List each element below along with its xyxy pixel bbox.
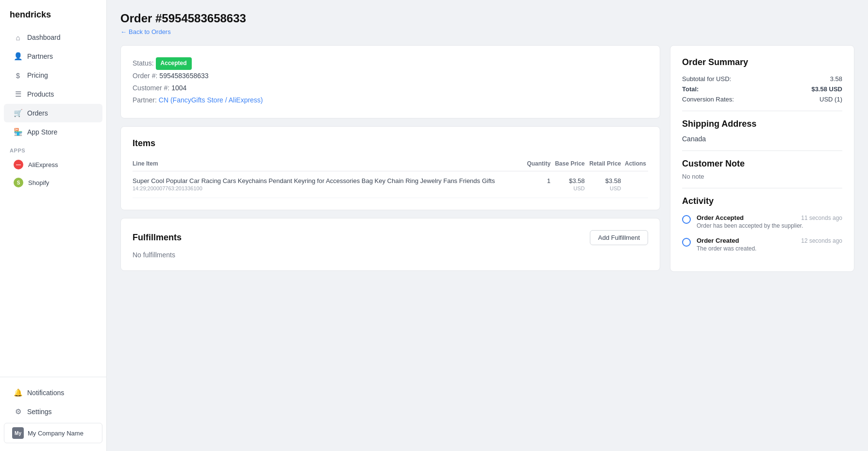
col-line-item: Line Item xyxy=(133,156,525,171)
no-fulfillments-text: No fulfillments xyxy=(133,251,648,259)
activity-item: Order Accepted 11 seconds ago Order has … xyxy=(682,214,842,229)
company-badge[interactable]: My My Company Name xyxy=(4,423,102,443)
sidebar-item-label: Orders xyxy=(27,109,48,117)
sidebar-item-settings[interactable]: ⚙ Settings xyxy=(4,402,102,421)
total-label: Total: xyxy=(682,85,699,93)
order-summary-card: Order Summary Subtotal for USD: 3.58 Tot… xyxy=(670,45,854,272)
col-actions: Actions xyxy=(623,156,648,171)
items-card: Items Line Item Quantity Base Price Reta… xyxy=(120,126,660,210)
activity-header: Order Accepted 11 seconds ago xyxy=(697,214,842,221)
activity-time: 11 seconds ago xyxy=(801,215,842,221)
shopify-label: Shopify xyxy=(28,179,49,186)
activity-description: Order has been accepted by the supplier. xyxy=(697,222,842,229)
sidebar: hendricks ⌂ Dashboard 👤 Partners $ Prici… xyxy=(0,0,107,451)
activity-time: 12 seconds ago xyxy=(801,237,842,244)
store-icon: 🏪 xyxy=(14,128,22,136)
order-meta: Status: Accepted Order #: 5954583658633 … xyxy=(133,57,648,106)
shipping-country: Canada xyxy=(682,135,842,143)
status-badge: Accepted xyxy=(156,57,192,70)
apps-section-label: Apps xyxy=(0,142,106,155)
sidebar-item-appstore[interactable]: 🏪 App Store xyxy=(4,123,102,141)
sidebar-item-label: Pricing xyxy=(27,71,48,79)
fulfillments-card: Fulfillments Add Fulfillment No fulfillm… xyxy=(120,218,660,271)
order-number-value: 5954583658633 xyxy=(159,70,208,82)
content-main: Status: Accepted Order #: 5954583658633 … xyxy=(120,45,660,279)
sidebar-nav: ⌂ Dashboard 👤 Partners $ Pricing ☰ Produ… xyxy=(0,28,106,377)
sidebar-item-pricing[interactable]: $ Pricing xyxy=(4,66,102,84)
bell-icon: 🔔 xyxy=(14,388,22,397)
sidebar-item-label: Partners xyxy=(27,52,53,60)
partner-link[interactable]: CN (FancyGifts Store / AliExpress) xyxy=(159,94,263,106)
sidebar-item-label: App Store xyxy=(27,128,57,136)
conversion-value: USD (1) xyxy=(819,96,842,103)
shopify-icon xyxy=(14,178,23,187)
subtotal-row: Subtotal for USD: 3.58 xyxy=(682,75,842,83)
items-table-header: Line Item Quantity Base Price Retail Pri… xyxy=(133,156,648,171)
table-header-row: Line Item Quantity Base Price Retail Pri… xyxy=(133,156,648,171)
customer-note-title: Customer Note xyxy=(682,159,842,169)
partner-label: Partner: xyxy=(133,94,157,106)
table-row: Super Cool Popular Car Racing Cars Keych… xyxy=(133,171,648,198)
activity-description: The order was created. xyxy=(697,245,842,252)
sidebar-item-partners[interactable]: 👤 Partners xyxy=(4,47,102,66)
shipping-address-title: Shipping Address xyxy=(682,119,842,129)
sidebar-bottom: 🔔 Notifications ⚙ Settings My My Company… xyxy=(0,377,106,451)
page-header: Order #5954583658633 ← Back to Orders xyxy=(120,12,854,35)
status-label: Status: xyxy=(133,57,154,69)
company-name: My Company Name xyxy=(28,430,83,437)
item-id: 14:29;200007763:201336100 xyxy=(133,185,523,191)
activity-title: Activity xyxy=(682,196,842,206)
customer-number-value: 1004 xyxy=(171,82,186,94)
activity-item: Order Created 12 seconds ago The order w… xyxy=(682,237,842,252)
arrow-left-icon: ← xyxy=(120,28,127,35)
partner-row: Partner: CN (FancyGifts Store / AliExpre… xyxy=(133,94,648,106)
col-quantity: Quantity xyxy=(525,156,552,171)
order-number-row: Order #: 5954583658633 xyxy=(133,70,648,82)
subtotal-label: Subtotal for USD: xyxy=(682,75,731,83)
item-name-cell: Super Cool Popular Car Racing Cars Keych… xyxy=(133,171,525,198)
order-info-card: Status: Accepted Order #: 5954583658633 … xyxy=(120,45,660,118)
activity-content: Order Created 12 seconds ago The order w… xyxy=(697,237,842,252)
total-row: Total: $3.58 USD xyxy=(682,85,842,93)
sidebar-item-aliexpress[interactable]: AliExpress xyxy=(4,156,102,173)
aliexpress-icon xyxy=(14,160,23,169)
col-retail-price: Retail Price xyxy=(587,156,623,171)
sidebar-item-orders[interactable]: 🛒 Orders xyxy=(4,104,102,122)
shipping-divider xyxy=(682,150,842,151)
house-icon: ⌂ xyxy=(14,33,22,42)
sidebar-item-products[interactable]: ☰ Products xyxy=(4,85,102,103)
col-base-price: Base Price xyxy=(552,156,586,171)
brand-name: hendricks xyxy=(0,0,106,28)
sidebar-item-dashboard[interactable]: ⌂ Dashboard xyxy=(4,28,102,47)
note-divider xyxy=(682,188,842,188)
item-retail-price: $3.58USD xyxy=(587,171,623,198)
list-icon: ☰ xyxy=(14,90,22,99)
order-summary-title: Order Summary xyxy=(682,57,842,67)
activity-event: Order Created xyxy=(697,237,739,244)
conversion-row: Conversion Rates: USD (1) xyxy=(682,96,842,103)
content-side: Order Summary Subtotal for USD: 3.58 Tot… xyxy=(670,45,854,280)
activity-dot xyxy=(682,215,691,224)
items-table: Line Item Quantity Base Price Retail Pri… xyxy=(133,156,648,198)
customer-label: Customer #: xyxy=(133,82,169,94)
sidebar-item-label: Dashboard xyxy=(27,33,61,41)
total-value: $3.58 USD xyxy=(811,85,842,93)
add-fulfillment-button[interactable]: Add Fulfillment xyxy=(590,230,648,245)
item-actions xyxy=(623,171,648,198)
aliexpress-label: AliExpress xyxy=(28,161,58,168)
cart-icon: 🛒 xyxy=(14,109,22,117)
sidebar-item-shopify[interactable]: Shopify xyxy=(4,174,102,191)
people-icon: 👤 xyxy=(14,52,22,61)
item-quantity: 1 xyxy=(525,171,552,198)
dollar-icon: $ xyxy=(14,71,22,80)
order-number-label: Order #: xyxy=(133,70,157,82)
items-table-body: Super Cool Popular Car Racing Cars Keych… xyxy=(133,171,648,198)
subtotal-value: 3.58 xyxy=(830,75,842,83)
content-layout: Status: Accepted Order #: 5954583658633 … xyxy=(120,45,854,280)
back-to-orders-link[interactable]: ← Back to Orders xyxy=(120,28,854,35)
activity-list: Order Accepted 11 seconds ago Order has … xyxy=(682,214,842,252)
status-row: Status: Accepted xyxy=(133,57,648,70)
fulfillments-title: Fulfillments xyxy=(133,233,182,243)
sidebar-item-notifications[interactable]: 🔔 Notifications xyxy=(4,384,102,402)
activity-event: Order Accepted xyxy=(697,214,744,221)
